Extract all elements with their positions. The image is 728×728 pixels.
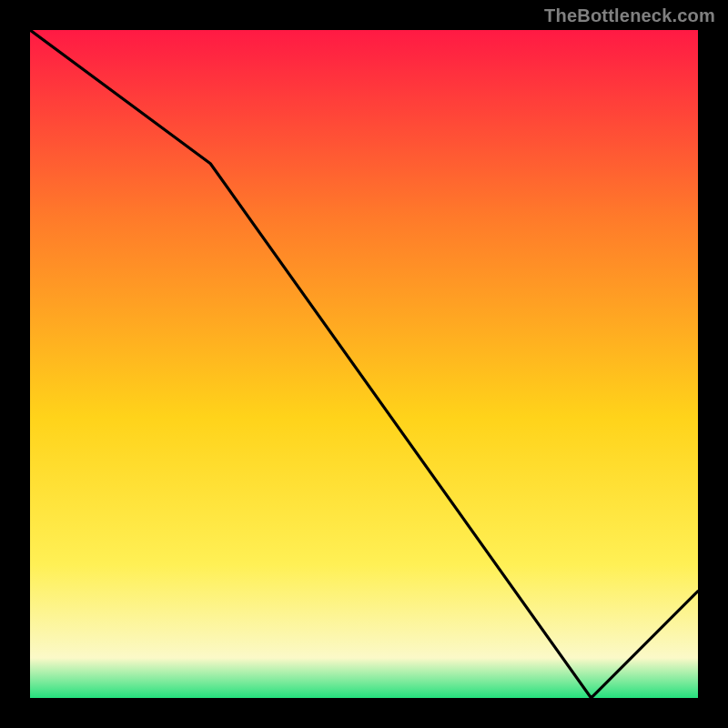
chart-container: TheBottleneck.com <box>0 0 728 728</box>
gradient-background <box>30 30 698 698</box>
chart-svg <box>30 30 698 698</box>
attribution-label: TheBottleneck.com <box>544 5 715 26</box>
plot-area <box>30 30 698 698</box>
